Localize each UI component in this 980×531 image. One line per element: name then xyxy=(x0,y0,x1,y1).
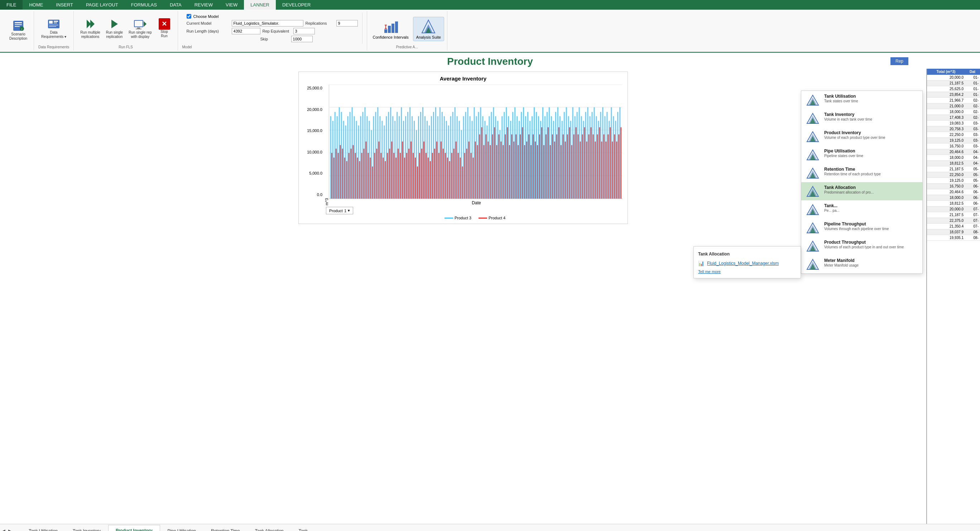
table-row-date-5: 02- xyxy=(965,103,980,109)
svg-marker-14 xyxy=(111,20,118,28)
svg-rect-82 xyxy=(431,116,432,198)
tab-lanner[interactable]: LANNER xyxy=(244,0,276,10)
tank-extra-menu-icon xyxy=(805,203,820,216)
menu-item-pipe-utilisation[interactable]: Pipe Utilisation Pipeline states over ti… xyxy=(801,146,922,164)
menu-item-tank-extra[interactable]: Tank... Pe... pa... xyxy=(801,200,922,219)
tell-me-more-link[interactable]: Tell me more xyxy=(694,268,800,275)
svg-rect-36 xyxy=(332,121,334,198)
scenario-label: ScenarioDescription xyxy=(9,32,27,41)
data-requirements-button[interactable]: DataRequirements ▾ xyxy=(39,16,68,40)
svg-rect-69 xyxy=(403,121,404,198)
svg-rect-131 xyxy=(536,112,537,198)
menu-item-tank-inventory[interactable]: Tank Inventory Volume in each tank over … xyxy=(801,109,922,127)
table-row-date-8: 03- xyxy=(965,120,980,126)
tab-nav-right[interactable]: ▶ xyxy=(7,528,14,531)
stop-run-button[interactable]: ✕ StopRun xyxy=(156,17,173,40)
sub-popup-file-name[interactable]: Fluid_Logistics_Model_Manager.xlsm xyxy=(707,261,779,266)
menu-item-tank-utilisation[interactable]: Tank Utilisation Tank states over time xyxy=(801,91,922,109)
table-row: 19,935.108- xyxy=(927,235,980,241)
tab-retention-time[interactable]: Retention Time xyxy=(204,525,248,531)
table-row: 20,464.606- xyxy=(927,189,980,195)
svg-rect-276 xyxy=(556,135,557,198)
tab-formulas[interactable]: FORMULAS xyxy=(125,0,163,10)
table-row-total-4: 21,966.7 xyxy=(927,98,965,103)
menu-item-meter-manifold[interactable]: Meter Manifold Meter Manifold usage xyxy=(801,255,922,273)
table-row: 21,187.507- xyxy=(927,212,980,218)
tab-data[interactable]: DATA xyxy=(163,0,188,10)
run-length-input[interactable] xyxy=(232,28,260,34)
menu-item-retention-time[interactable]: Retention Time Retention time of each pr… xyxy=(801,164,922,182)
svg-rect-171 xyxy=(331,153,332,198)
rep-equiv-input[interactable] xyxy=(293,28,315,34)
sub-popup-file-item[interactable]: 📊 Fluid_Logistics_Model_Manager.xlsm xyxy=(694,259,800,268)
svg-rect-200 xyxy=(393,153,395,198)
svg-rect-178 xyxy=(346,161,347,198)
table-row: 25,625.001- xyxy=(927,86,980,92)
tab-file[interactable]: FILE xyxy=(0,0,22,10)
tab-view[interactable]: VIEW xyxy=(219,0,244,10)
rep-button[interactable]: Rep xyxy=(891,57,908,65)
tab-review[interactable]: REVIEW xyxy=(188,0,219,10)
tab-insert[interactable]: INSERT xyxy=(49,0,79,10)
choose-model-checkbox[interactable] xyxy=(187,14,191,19)
scenario-description-button[interactable]: i ScenarioDescription xyxy=(7,18,29,42)
analysis-suite-icon xyxy=(420,19,436,35)
run-single-display-button[interactable]: Run single repwith display xyxy=(126,16,154,40)
table-row-total-0: 20,000.0 xyxy=(927,75,965,81)
table-row-total-6: 18,000.0 xyxy=(927,109,965,115)
menu-item-product-inventory[interactable]: Product Inventory Volume of each product… xyxy=(801,127,922,146)
tab-page-layout[interactable]: PAGE LAYOUT xyxy=(80,0,125,10)
svg-rect-11 xyxy=(49,26,56,27)
table-row-date-1: 01- xyxy=(965,81,980,86)
svg-rect-176 xyxy=(342,149,343,198)
svg-rect-246 xyxy=(492,135,493,198)
svg-rect-221 xyxy=(438,153,439,198)
page-title: Product Inventory xyxy=(447,56,533,67)
svg-rect-50 xyxy=(362,112,363,198)
tab-product-inventory[interactable]: Product Inventory xyxy=(108,525,160,531)
menu-item-tank-allocation[interactable]: Tank Allocation Predominant allocation o… xyxy=(801,182,922,200)
run-multiple-button[interactable]: Run multiplereplications xyxy=(78,16,102,40)
tank-inventory-desc: Volume in each tank over time xyxy=(824,117,918,122)
table-row: 18,037.908- xyxy=(927,229,980,235)
svg-rect-165 xyxy=(609,121,609,198)
table-row-total-16: 21,187.5 xyxy=(927,166,965,172)
tab-tank-inventory[interactable]: Tank Inventory xyxy=(65,525,108,531)
confidence-intervals-button[interactable]: Confidence Intervals xyxy=(370,17,412,41)
analysis-suite-button[interactable]: Analysis Suite xyxy=(413,17,444,41)
table-row-total-7: 17,408.3 xyxy=(927,115,965,120)
svg-rect-90 xyxy=(448,125,449,198)
tab-tank-allocation[interactable]: Tank Allocation xyxy=(248,525,291,531)
table-row-total-22: 18,812.5 xyxy=(927,201,965,206)
tab-tank-extra[interactable]: Tank xyxy=(291,525,315,531)
menu-item-product-throughput[interactable]: Product Throughput Volumes of each produ… xyxy=(801,237,922,255)
replications-input[interactable] xyxy=(336,20,358,27)
svg-rect-267 xyxy=(537,145,538,198)
ribbon-group-model: Choose Model Current Model Replications … xyxy=(178,11,367,51)
tab-tank-utilisation[interactable]: Tank Utilisation xyxy=(21,525,65,531)
svg-rect-173 xyxy=(336,149,337,198)
table-row: 16,750.006- xyxy=(927,184,980,189)
legend-product3: Product 3 xyxy=(444,216,471,220)
table-row: 20,000.007- xyxy=(927,206,980,212)
menu-item-pipeline-throughput[interactable]: Pipeline Throughput Volumes through each… xyxy=(801,219,922,237)
current-model-input[interactable] xyxy=(232,20,303,27)
svg-rect-255 xyxy=(511,135,512,198)
tab-home[interactable]: HOME xyxy=(22,0,49,10)
skip-input[interactable] xyxy=(291,36,313,42)
run-single-button[interactable]: Run singlereplication xyxy=(104,16,125,40)
data-table: Total (m^3) Dat 20,000.001-21,187.501-25… xyxy=(927,69,980,241)
table-row: 22,250.005- xyxy=(927,172,980,178)
product-filter-box[interactable]: Product 1 ▾ xyxy=(326,207,353,214)
table-row: 18,812.504- xyxy=(927,161,980,166)
svg-rect-20 xyxy=(388,26,391,33)
tab-pipe-utilisation[interactable]: Pipe Utilisation xyxy=(160,525,204,531)
svg-rect-259 xyxy=(520,135,521,198)
svg-rect-197 xyxy=(387,153,388,198)
tank-utilisation-desc: Tank states over time xyxy=(824,99,918,103)
run-single-display-icon xyxy=(134,17,146,30)
tab-nav-left[interactable]: ◀ xyxy=(0,528,7,531)
svg-rect-48 xyxy=(358,125,359,198)
tab-overflow-dots[interactable]: ... xyxy=(14,529,21,531)
tab-developer[interactable]: DEVELOPER xyxy=(276,0,317,10)
